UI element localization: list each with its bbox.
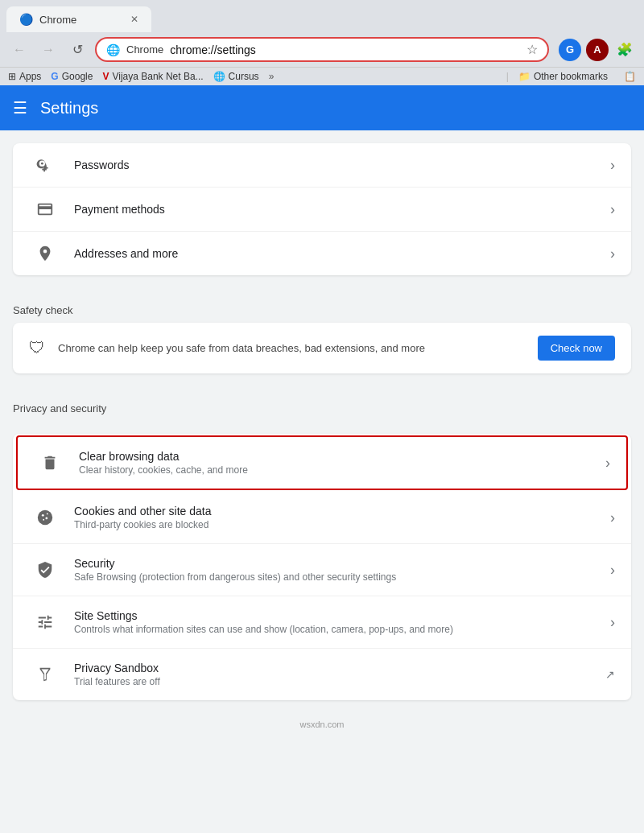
bookmarks-bar: ⊞ Apps G Google V Vijaya Bank Net Ba... … [0, 67, 644, 85]
site-label: Chrome [126, 43, 163, 56]
google-favicon: G [51, 71, 58, 82]
reading-list-icon[interactable]: 📋 [624, 71, 636, 82]
payment-text: Payment methods [74, 203, 610, 216]
clear-browsing-text: Clear browsing data Clear history, cooki… [79, 450, 605, 476]
passwords-item[interactable]: Passwords › [13, 143, 631, 188]
site-settings-title: Site Settings [74, 609, 610, 622]
security-title: Security [74, 557, 610, 570]
address-bar[interactable]: 🌐 Chrome chrome://settings ☆ [95, 37, 549, 62]
extensions-icon[interactable]: 🧩 [613, 39, 636, 61]
credit-card-icon [36, 200, 54, 218]
addresses-arrow: › [610, 245, 615, 262]
safety-description: Chrome can help keep you safe from data … [58, 342, 525, 354]
cookies-item[interactable]: Cookies and other site data Third-party … [13, 492, 631, 544]
site-settings-arrow: › [610, 614, 615, 631]
check-now-button[interactable]: Check now [538, 336, 615, 361]
card-icon-wrap [29, 200, 61, 218]
passwords-text: Passwords [74, 159, 610, 171]
trash-icon [41, 454, 59, 472]
main-content: Passwords › Payment methods › [0, 143, 644, 736]
settings-page: ☰ Settings Passwords › Pay [0, 85, 644, 736]
privacy-sandbox-subtitle: Trial features are off [74, 676, 605, 687]
other-bookmarks-label: Other bookmarks [534, 71, 608, 82]
tab-favicon: 🔵 [19, 13, 33, 26]
security-subtitle: Safe Browsing (protection from dangerous… [74, 571, 610, 583]
addresses-text: Addresses and more [74, 247, 610, 260]
autofill-card: Passwords › Payment methods › [13, 143, 631, 275]
safety-check-card: 🛡 Chrome can help keep you safe from dat… [13, 323, 631, 373]
key-icon-wrap [29, 156, 61, 174]
site-settings-item[interactable]: Site Settings Controls what information … [13, 596, 631, 649]
cookies-arrow: › [610, 509, 615, 526]
address-bar-row: ← → ↺ 🌐 Chrome chrome://settings ☆ G A 🧩 [0, 32, 644, 67]
back-button[interactable]: ← [8, 39, 31, 61]
security-item[interactable]: Security Safe Browsing (protection from … [13, 544, 631, 596]
privacy-card: Clear browsing data Clear history, cooki… [13, 434, 631, 700]
svg-point-1 [38, 510, 52, 525]
bookmark-apps[interactable]: ⊞ Apps [8, 71, 41, 82]
clear-browsing-highlight: Clear browsing data Clear history, cooki… [16, 435, 628, 490]
payment-arrow: › [610, 201, 615, 218]
bookmark-vijaya[interactable]: V Vijaya Bank Net Ba... [102, 71, 203, 82]
bookmark-google-label: Google [62, 71, 93, 82]
watermark: wsxdn.com [0, 713, 644, 736]
sliders-icon [36, 613, 54, 631]
more-bookmarks-button[interactable]: » [269, 71, 275, 82]
svg-point-4 [43, 519, 44, 521]
privacy-sandbox-text: Privacy Sandbox Trial features are off [74, 662, 605, 687]
hamburger-menu-button[interactable]: ☰ [13, 98, 27, 118]
privacy-section-header: Privacy and security [0, 386, 644, 421]
active-tab[interactable]: 🔵 Chrome ✕ [6, 6, 151, 32]
safety-shield-icon: 🛡 [29, 339, 45, 357]
bookmark-google[interactable]: G Google [51, 71, 93, 82]
pin-icon-wrap [29, 245, 61, 262]
google-account-icon[interactable]: G [559, 39, 581, 61]
clear-browsing-item[interactable]: Clear browsing data Clear history, cooki… [18, 437, 626, 489]
security-arrow: › [610, 562, 615, 579]
bookmark-star-icon[interactable]: ☆ [526, 42, 538, 57]
flask-icon [36, 666, 54, 683]
back-icon: ← [13, 43, 26, 57]
payment-title: Payment methods [74, 203, 610, 216]
addresses-item[interactable]: Addresses and more › [13, 232, 631, 275]
tab-label: Chrome [39, 14, 76, 26]
clear-browsing-subtitle: Clear history, cookies, cache, and more [79, 464, 605, 476]
tab-close-button[interactable]: ✕ [130, 14, 138, 25]
cookies-subtitle: Third-party cookies are blocked [74, 519, 610, 530]
toolbar-right: G A 🧩 [559, 39, 636, 61]
clear-browsing-arrow: › [605, 455, 610, 472]
user-avatar-icon[interactable]: A [586, 39, 609, 61]
cursus-favicon: 🌐 [213, 71, 225, 82]
bookmark-vijaya-label: Vijaya Bank Net Ba... [112, 71, 203, 82]
tab-bar: 🔵 Chrome ✕ [0, 0, 644, 32]
address-text[interactable]: chrome://settings [170, 43, 520, 56]
passwords-title: Passwords [74, 159, 610, 171]
cookie-icon [36, 509, 54, 526]
key-icon [36, 156, 54, 174]
svg-point-2 [42, 514, 44, 517]
browser-chrome: 🔵 Chrome ✕ ← → ↺ 🌐 Chrome chrome://setti… [0, 0, 644, 85]
forward-icon: → [42, 43, 55, 57]
cookie-icon-wrap [29, 509, 61, 526]
site-settings-subtitle: Controls what information sites can use … [74, 624, 610, 635]
forward-button[interactable]: → [37, 39, 60, 61]
settings-header: ☰ Settings [0, 85, 644, 130]
safety-check-header: Safety check [0, 288, 644, 323]
external-link-icon: ↗ [605, 668, 615, 681]
bookmark-cursus-label: Cursus [229, 71, 259, 82]
addresses-title: Addresses and more [74, 247, 610, 260]
refresh-icon: ↺ [72, 42, 83, 57]
svg-point-3 [45, 518, 47, 520]
privacy-sandbox-item[interactable]: Privacy Sandbox Trial features are off ↗ [13, 649, 631, 700]
location-pin-icon [36, 245, 54, 262]
cookies-text: Cookies and other site data Third-party … [74, 505, 610, 530]
refresh-button[interactable]: ↺ [66, 39, 89, 61]
apps-grid-icon: ⊞ [8, 71, 16, 82]
trash-icon-wrap [34, 454, 66, 472]
other-bookmarks-button[interactable]: 📁 Other bookmarks [518, 71, 608, 82]
folder-icon: 📁 [518, 71, 530, 82]
bookmark-cursus[interactable]: 🌐 Cursus [213, 71, 259, 82]
sliders-icon-wrap [29, 613, 61, 631]
payment-methods-item[interactable]: Payment methods › [13, 188, 631, 232]
privacy-sandbox-title: Privacy Sandbox [74, 662, 605, 674]
